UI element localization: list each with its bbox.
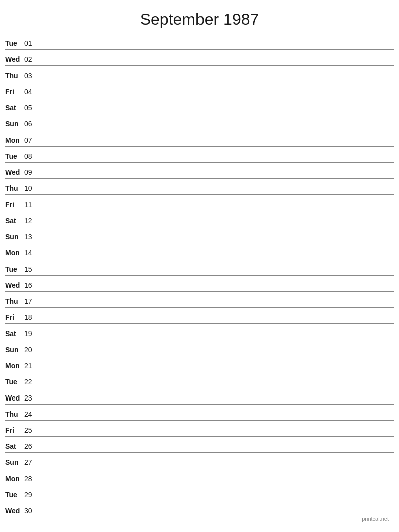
day-number: 17 bbox=[24, 297, 39, 305]
day-name: Tue bbox=[5, 152, 24, 160]
calendar-row: Sat19 bbox=[5, 324, 394, 340]
day-number: 11 bbox=[24, 201, 39, 209]
calendar-row: Tue01 bbox=[5, 34, 394, 50]
day-name: Sun bbox=[5, 458, 24, 467]
calendar-row: Fri04 bbox=[5, 82, 394, 98]
day-number: 06 bbox=[24, 120, 39, 128]
calendar-row: Thu24 bbox=[5, 405, 394, 421]
day-line bbox=[39, 353, 394, 354]
day-line bbox=[39, 160, 394, 160]
day-number: 04 bbox=[24, 88, 39, 96]
day-line bbox=[39, 289, 394, 289]
calendar-row: Wed23 bbox=[5, 388, 394, 405]
day-number: 13 bbox=[24, 233, 39, 241]
day-name: Fri bbox=[5, 88, 24, 96]
calendar-row: Mon14 bbox=[5, 243, 394, 259]
day-line bbox=[39, 498, 394, 499]
day-number: 20 bbox=[24, 346, 39, 354]
calendar-row: Thu03 bbox=[5, 66, 394, 82]
day-number: 21 bbox=[24, 362, 39, 370]
day-line bbox=[39, 482, 394, 483]
calendar-row: Sun27 bbox=[5, 453, 394, 469]
day-line bbox=[39, 305, 394, 305]
calendar-row: Sat12 bbox=[5, 211, 394, 227]
calendar-row: Mon21 bbox=[5, 356, 394, 372]
calendar-row: Mon07 bbox=[5, 130, 394, 147]
day-name: Mon bbox=[5, 362, 24, 370]
calendar-row: Tue08 bbox=[5, 147, 394, 163]
calendar-row: Fri18 bbox=[5, 308, 394, 324]
day-line bbox=[39, 466, 394, 467]
day-name: Sat bbox=[5, 217, 24, 225]
day-number: 27 bbox=[24, 458, 39, 467]
day-number: 05 bbox=[24, 104, 39, 112]
day-number: 08 bbox=[24, 152, 39, 160]
calendar-row: Sun20 bbox=[5, 340, 394, 356]
calendar-row: Sun13 bbox=[5, 227, 394, 243]
day-name: Tue bbox=[5, 39, 24, 47]
day-name: Thu bbox=[5, 184, 24, 192]
day-name: Fri bbox=[5, 313, 24, 321]
calendar-grid: Tue01Wed02Thu03Fri04Sat05Sun06Mon07Tue08… bbox=[0, 34, 399, 517]
day-number: 02 bbox=[24, 55, 39, 63]
day-line bbox=[39, 127, 394, 128]
day-number: 18 bbox=[24, 313, 39, 321]
day-line bbox=[39, 176, 394, 176]
day-line bbox=[39, 256, 394, 257]
calendar-row: Fri11 bbox=[5, 195, 394, 211]
calendar-row: Mon28 bbox=[5, 469, 394, 485]
day-line bbox=[39, 47, 394, 47]
day-name: Tue bbox=[5, 265, 24, 273]
day-name: Mon bbox=[5, 136, 24, 144]
day-line bbox=[39, 79, 394, 80]
day-name: Sun bbox=[5, 346, 24, 354]
day-line bbox=[39, 273, 394, 273]
day-name: Thu bbox=[5, 297, 24, 305]
day-line bbox=[39, 63, 394, 63]
day-line bbox=[39, 450, 394, 450]
day-line bbox=[39, 95, 394, 96]
day-line bbox=[39, 144, 394, 144]
day-number: 28 bbox=[24, 475, 39, 483]
day-line bbox=[39, 385, 394, 386]
day-name: Wed bbox=[5, 394, 24, 402]
day-number: 16 bbox=[24, 281, 39, 289]
calendar-row: Tue15 bbox=[5, 259, 394, 276]
day-number: 12 bbox=[24, 217, 39, 225]
day-line bbox=[39, 224, 394, 225]
calendar-row: Wed16 bbox=[5, 276, 394, 292]
day-name: Mon bbox=[5, 475, 24, 483]
day-line bbox=[39, 192, 394, 192]
day-number: 24 bbox=[24, 410, 39, 418]
day-name: Thu bbox=[5, 410, 24, 418]
day-name: Wed bbox=[5, 55, 24, 63]
day-number: 10 bbox=[24, 184, 39, 192]
calendar-row: Tue22 bbox=[5, 372, 394, 388]
day-number: 07 bbox=[24, 136, 39, 144]
day-line bbox=[39, 418, 394, 418]
day-line bbox=[39, 321, 394, 321]
day-name: Sun bbox=[5, 120, 24, 128]
day-number: 03 bbox=[24, 72, 39, 80]
day-name: Tue bbox=[5, 491, 24, 499]
day-name: Wed bbox=[5, 507, 24, 515]
day-name: Wed bbox=[5, 168, 24, 176]
calendar-row: Sat05 bbox=[5, 98, 394, 114]
footer-text: printcal.net bbox=[362, 516, 389, 522]
day-line bbox=[39, 402, 394, 402]
day-line bbox=[39, 337, 394, 338]
day-name: Sat bbox=[5, 104, 24, 112]
calendar-row: Thu10 bbox=[5, 179, 394, 195]
day-line bbox=[39, 369, 394, 370]
calendar-row: Sat26 bbox=[5, 437, 394, 453]
day-name: Wed bbox=[5, 281, 24, 289]
day-number: 01 bbox=[24, 39, 39, 47]
day-number: 09 bbox=[24, 168, 39, 176]
day-name: Sat bbox=[5, 442, 24, 450]
day-number: 15 bbox=[24, 265, 39, 273]
day-number: 25 bbox=[24, 426, 39, 434]
day-name: Tue bbox=[5, 378, 24, 386]
day-name: Fri bbox=[5, 201, 24, 209]
day-line bbox=[39, 208, 394, 209]
calendar-row: Wed30 bbox=[5, 501, 394, 517]
